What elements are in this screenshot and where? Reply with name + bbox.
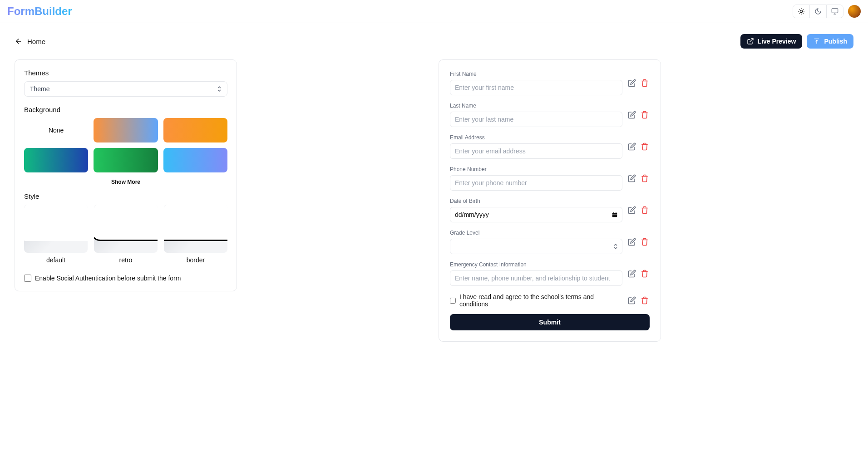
topbar-right [793,5,861,18]
edit-field-button[interactable] [627,142,637,152]
form-field: Emergency Contact Information [450,261,622,286]
themes-label: Themes [24,69,227,77]
field-input[interactable] [450,270,622,286]
edit-field-button[interactable] [627,205,637,215]
field-label: First Name [450,71,622,77]
style-name: retro [94,256,158,264]
logo[interactable]: FormBuilder [7,5,72,18]
social-auth-checkbox[interactable] [24,275,31,282]
form-field-row: Date of Birth [450,198,650,222]
background-grid: None [24,118,227,172]
delete-field-button[interactable] [640,269,650,279]
delete-field-button[interactable] [640,110,650,120]
terms-label: I have read and agree to the school's te… [459,293,622,308]
delete-field-button[interactable] [640,173,650,183]
edit-icon [628,206,636,214]
style-option-border[interactable]: border [164,205,227,264]
edit-icon [628,142,636,151]
live-preview-button[interactable]: Live Preview [740,34,803,49]
form-field: Phone Number [450,166,622,191]
delete-field-button[interactable] [640,205,650,215]
edit-icon [628,111,636,119]
svg-rect-2 [612,213,617,217]
background-label: Background [24,106,227,113]
field-label: Date of Birth [450,198,622,204]
theme-light-button[interactable] [793,5,809,18]
design-panel: Themes Theme Background None Show More S… [15,59,237,291]
field-input[interactable] [450,175,622,191]
delete-field-button[interactable] [640,237,650,247]
submit-button[interactable]: Submit [450,314,650,330]
style-name: default [24,256,88,264]
terms-checkbox[interactable] [450,298,456,304]
style-thumb [24,205,88,253]
bg-swatch-none[interactable]: None [24,118,88,142]
back-link[interactable]: Home [15,37,45,45]
field-actions [627,142,650,152]
edit-icon [628,79,636,87]
edit-field-button[interactable] [627,110,637,120]
upload-icon [813,38,820,45]
style-option-default[interactable]: default [24,205,88,264]
field-actions [627,237,650,247]
style-thumb [164,205,227,253]
bg-swatch-sky-indigo[interactable] [163,148,227,172]
avatar[interactable] [848,5,861,18]
chevron-updown-icon [217,86,222,92]
trash-icon [641,238,649,246]
edit-field-button[interactable] [627,237,637,247]
social-auth-checkbox-row[interactable]: Enable Social Authentication before subm… [24,275,227,282]
form-field-row: First Name [450,71,650,95]
terms-checkbox-row[interactable]: I have read and agree to the school's te… [450,293,622,308]
field-input[interactable] [450,112,622,127]
bg-swatch-orange-amber[interactable] [163,118,227,142]
field-label: Last Name [450,103,622,109]
theme-dark-button[interactable] [809,5,826,18]
form-field: Grade Level [450,230,622,254]
edit-field-button[interactable] [627,78,637,88]
field-label: Emergency Contact Information [450,261,622,268]
edit-field-button[interactable] [627,269,637,279]
delete-field-button[interactable] [640,78,650,88]
form-field-row: Emergency Contact Information [450,261,650,286]
form-field-row: Last Name [450,103,650,127]
edit-icon [628,174,636,182]
field-actions [627,110,650,120]
publish-button[interactable]: Publish [807,34,853,49]
terms-row: I have read and agree to the school's te… [450,293,650,308]
field-actions [627,78,650,88]
theme-system-button[interactable] [826,5,843,18]
show-more-button[interactable]: Show More [24,176,227,192]
field-actions [627,173,650,183]
field-select[interactable] [450,239,622,254]
trash-icon [641,206,649,214]
preview-panel: First NameLast NameEmail AddressPhone Nu… [246,59,853,342]
edit-field-button[interactable] [627,173,637,183]
bg-swatch-green[interactable] [94,148,158,172]
field-input[interactable] [450,80,622,95]
edit-icon [628,238,636,246]
svg-rect-1 [832,9,838,13]
form-field: Email Address [450,134,622,159]
field-input[interactable] [450,143,622,159]
form-field-row: Grade Level [450,230,650,254]
monitor-icon [831,8,838,15]
field-date[interactable] [450,207,622,222]
delete-field-button[interactable] [640,142,650,152]
theme-toggle-group [793,5,843,18]
svg-rect-3 [613,212,614,213]
field-label: Phone Number [450,166,622,172]
style-option-retro[interactable]: retro [94,205,158,264]
edit-field-button[interactable] [627,295,637,305]
topbar: FormBuilder [0,0,868,23]
edit-icon [628,296,636,305]
delete-field-button[interactable] [640,295,650,305]
field-label: Grade Level [450,230,622,236]
form-field: First Name [450,71,622,95]
calendar-icon [612,211,618,218]
theme-select[interactable]: Theme [24,81,227,97]
trash-icon [641,270,649,278]
style-name: border [164,256,227,264]
bg-swatch-amber-blue[interactable] [94,118,158,142]
bg-swatch-teal-blue[interactable] [24,148,88,172]
